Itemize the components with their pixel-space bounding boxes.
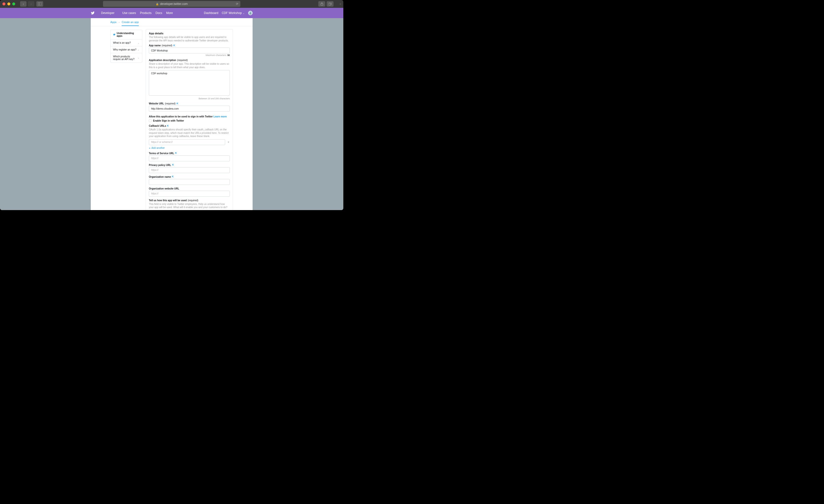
hint-app-description: Between 10 and 200 characters (149, 97, 230, 100)
desc-usage: This field is only visible to Twitter em… (149, 203, 230, 209)
chevron-right-icon: › (119, 21, 119, 23)
label-enable-signin: Enable Sign in with Twitter (153, 119, 184, 122)
label-org-url: Organization website URL (149, 187, 179, 190)
sidepanel-item-what-is-app[interactable]: What is an app?⌄ (111, 39, 142, 46)
field-website-url: Website URL (required) ⇱ (149, 102, 230, 112)
input-callback-url[interactable] (149, 139, 225, 145)
refresh-icon[interactable]: ⟳ (236, 2, 238, 6)
twitter-small-icon (113, 33, 115, 36)
tabs-icon (329, 3, 332, 5)
desc-callback: OAuth 1.0a applications should specify t… (149, 128, 230, 138)
label-callback: Callback URLs (149, 125, 166, 127)
field-tos-url: Terms of Service URL ⇱ (149, 152, 230, 161)
site-topnav: Developer Use cases Products Docs More D… (0, 8, 343, 18)
lock-icon: 🔒 (156, 3, 159, 5)
popout-icon[interactable]: ⇱ (173, 44, 175, 47)
sidepanel-header: Understanding apps (111, 30, 142, 39)
textarea-app-description[interactable] (149, 70, 230, 96)
traffic-lights (2, 2, 15, 5)
share-icon (320, 2, 323, 6)
input-privacy-url[interactable] (149, 167, 230, 173)
plus-icon: + (149, 147, 150, 149)
understanding-apps-panel: Understanding apps What is an app?⌄ Why … (110, 30, 142, 210)
label-app-name: App name (149, 44, 161, 47)
sidepanel-item-why-register[interactable]: Why register an app?⌄ (111, 46, 142, 53)
popout-icon[interactable]: ⇱ (167, 125, 169, 127)
close-window-button[interactable] (2, 2, 5, 5)
app-form: App details The following app details wi… (146, 29, 233, 210)
nav-more[interactable]: More (166, 11, 173, 15)
field-app-usage: Tell us how this app will be used (requi… (149, 199, 230, 210)
hint-app-name: Maximum characters: 32 (149, 54, 230, 56)
svg-rect-0 (38, 2, 41, 5)
remove-callback-button[interactable]: × (227, 140, 230, 144)
desc-app-description: Share a description of your app. This de… (149, 62, 230, 69)
nav-use-cases[interactable]: Use cases (122, 11, 136, 15)
tabs-button[interactable] (327, 1, 333, 7)
svg-rect-5 (329, 3, 331, 5)
maximize-window-button[interactable] (12, 2, 15, 5)
avatar-icon (249, 11, 252, 14)
twitter-logo-icon[interactable] (91, 11, 95, 15)
url-text: developer.twitter.com (160, 2, 188, 6)
browser-titlebar: ‹ › 🔒 developer.twitter.com ⟳ + (0, 0, 343, 8)
label-tos: Terms of Service URL (149, 152, 174, 155)
label-signin: Allow this application to be used to sig… (149, 115, 213, 118)
field-org-name: Organization name ⇱ (149, 175, 230, 185)
developer-link[interactable]: Developer (101, 11, 114, 15)
forward-button[interactable]: › (28, 1, 34, 7)
label-app-description: Application description (149, 59, 176, 61)
input-app-name[interactable] (149, 47, 230, 53)
input-tos-url[interactable] (149, 155, 230, 161)
section-app-details-desc: The following app details will be visibl… (149, 35, 230, 42)
popout-icon[interactable]: ⇱ (175, 152, 177, 154)
sidebar-icon (38, 2, 41, 5)
chevron-down-icon: ⌄ (137, 48, 139, 51)
field-privacy-url: Privacy policy URL ⇱ (149, 164, 230, 173)
popout-icon[interactable]: ⇱ (177, 103, 179, 105)
breadcrumb-current: Create an app (122, 21, 139, 26)
url-bar[interactable]: 🔒 developer.twitter.com ⟳ (103, 1, 240, 7)
chevron-down-icon: ⌄ (137, 42, 139, 44)
nav-dashboard[interactable]: Dashboard (204, 11, 218, 15)
svg-point-6 (250, 12, 251, 13)
input-website-url[interactable] (149, 106, 230, 112)
field-org-url: Organization website URL (149, 187, 230, 197)
breadcrumb-apps[interactable]: Apps (110, 21, 116, 23)
field-app-name: App name (required) ⇱ Maximum characters… (149, 44, 230, 56)
input-org-name[interactable] (149, 179, 230, 185)
checkbox-enable-signin[interactable] (149, 119, 151, 122)
breadcrumb: Apps › Create an app (91, 18, 252, 26)
label-website-url: Website URL (149, 102, 164, 105)
popout-icon[interactable]: ⇱ (172, 164, 174, 166)
label-privacy: Privacy policy URL (149, 164, 171, 166)
nav-products[interactable]: Products (140, 11, 151, 15)
minimize-window-button[interactable] (7, 2, 10, 5)
sidepanel-item-api-key[interactable]: Which products require an API key?⌄ (111, 53, 142, 62)
field-signin: Allow this application to be used to sig… (149, 114, 230, 122)
sidebar-toggle-button[interactable] (36, 1, 43, 7)
nav-workspace-dropdown[interactable]: CDF Workshop⌄ (222, 11, 245, 15)
new-tab-button[interactable]: + (339, 2, 341, 6)
share-button[interactable] (318, 1, 325, 7)
avatar[interactable] (248, 11, 252, 15)
label-usage: Tell us how this app will be used (149, 199, 187, 202)
popout-icon[interactable]: ⇱ (172, 175, 174, 178)
link-learn-more[interactable]: Learn more (213, 115, 227, 118)
section-app-details-title: App details (149, 32, 230, 35)
chevron-down-icon: ⌄ (243, 12, 245, 14)
nav-docs[interactable]: Docs (156, 11, 162, 15)
field-app-description: Application description (required) Share… (149, 59, 230, 100)
label-org-name: Organization name (149, 175, 171, 178)
back-button[interactable]: ‹ (20, 1, 26, 7)
add-callback-button[interactable]: + Add another (149, 147, 230, 149)
field-callback-urls: Callback URLs ⇱ OAuth 1.0a applications … (149, 125, 230, 149)
input-org-url[interactable] (149, 191, 230, 197)
chevron-down-icon: ⌄ (137, 56, 139, 59)
